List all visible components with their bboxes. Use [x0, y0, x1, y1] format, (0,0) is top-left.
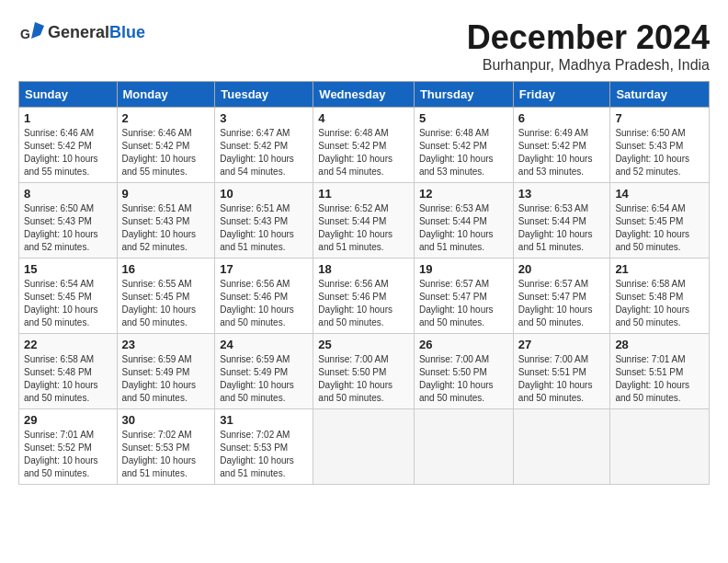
calendar-cell: 17Sunrise: 6:56 AM Sunset: 5:46 PM Dayli…: [215, 259, 313, 334]
day-info: Sunrise: 6:54 AM Sunset: 5:45 PM Dayligh…: [24, 278, 112, 329]
day-info: Sunrise: 6:56 AM Sunset: 5:46 PM Dayligh…: [220, 278, 308, 329]
day-number: 10: [220, 187, 308, 201]
day-number: 31: [220, 413, 308, 427]
header-tuesday: Tuesday: [215, 82, 313, 108]
calendar-week-row: 15Sunrise: 6:54 AM Sunset: 5:45 PM Dayli…: [19, 259, 710, 334]
day-info: Sunrise: 6:51 AM Sunset: 5:43 PM Dayligh…: [122, 202, 210, 254]
day-number: 14: [615, 187, 704, 201]
day-number: 27: [518, 338, 606, 351]
day-info: Sunrise: 7:01 AM Sunset: 5:52 PM Dayligh…: [24, 429, 112, 480]
calendar-cell: 12Sunrise: 6:53 AM Sunset: 5:44 PM Dayli…: [414, 183, 513, 259]
day-info: Sunrise: 6:51 AM Sunset: 5:43 PM Dayligh…: [220, 202, 308, 254]
day-number: 12: [419, 187, 508, 201]
calendar-cell: 23Sunrise: 6:59 AM Sunset: 5:49 PM Dayli…: [117, 334, 215, 409]
day-number: 6: [518, 111, 606, 125]
calendar-cell: 13Sunrise: 6:53 AM Sunset: 5:44 PM Dayli…: [513, 183, 610, 259]
calendar-cell: 10Sunrise: 6:51 AM Sunset: 5:43 PM Dayli…: [215, 183, 313, 259]
day-number: 3: [220, 111, 308, 125]
calendar-header-row: SundayMondayTuesdayWednesdayThursdayFrid…: [19, 82, 710, 108]
location-title: Burhanpur, Madhya Pradesh, India: [467, 57, 710, 74]
calendar-cell: 11Sunrise: 6:52 AM Sunset: 5:44 PM Dayli…: [313, 183, 415, 259]
day-number: 13: [518, 187, 606, 201]
calendar-cell: 26Sunrise: 7:00 AM Sunset: 5:50 PM Dayli…: [414, 334, 513, 409]
day-number: 4: [318, 111, 409, 125]
day-info: Sunrise: 6:57 AM Sunset: 5:47 PM Dayligh…: [419, 278, 508, 329]
day-info: Sunrise: 6:48 AM Sunset: 5:42 PM Dayligh…: [318, 127, 409, 178]
logo-general-text: General: [48, 23, 109, 42]
day-number: 20: [518, 262, 606, 276]
day-info: Sunrise: 6:59 AM Sunset: 5:49 PM Dayligh…: [122, 353, 210, 405]
day-number: 22: [24, 338, 112, 351]
day-number: 28: [615, 338, 704, 351]
calendar-week-row: 1Sunrise: 6:46 AM Sunset: 5:42 PM Daylig…: [19, 108, 710, 183]
calendar-cell: 27Sunrise: 7:00 AM Sunset: 5:51 PM Dayli…: [513, 334, 610, 409]
calendar-cell: 6Sunrise: 6:49 AM Sunset: 5:42 PM Daylig…: [513, 108, 610, 183]
svg-text:G: G: [20, 27, 30, 41]
calendar-cell: 8Sunrise: 6:50 AM Sunset: 5:43 PM Daylig…: [19, 183, 118, 259]
calendar-cell: [313, 409, 415, 485]
day-number: 16: [122, 262, 210, 276]
header-saturday: Saturday: [610, 82, 710, 108]
day-number: 9: [122, 187, 210, 201]
day-info: Sunrise: 6:49 AM Sunset: 5:42 PM Dayligh…: [518, 127, 606, 178]
calendar-cell: [414, 409, 513, 485]
day-number: 7: [615, 111, 704, 125]
calendar-cell: 3Sunrise: 6:47 AM Sunset: 5:42 PM Daylig…: [215, 108, 313, 183]
day-number: 11: [318, 187, 409, 201]
day-info: Sunrise: 6:58 AM Sunset: 5:48 PM Dayligh…: [615, 278, 704, 329]
calendar-cell: 28Sunrise: 7:01 AM Sunset: 5:51 PM Dayli…: [610, 334, 710, 409]
header-wednesday: Wednesday: [313, 82, 415, 108]
header-sunday: Sunday: [19, 82, 118, 108]
day-number: 5: [419, 111, 508, 125]
day-number: 18: [318, 262, 409, 276]
day-info: Sunrise: 6:46 AM Sunset: 5:42 PM Dayligh…: [24, 127, 112, 178]
day-info: Sunrise: 7:00 AM Sunset: 5:51 PM Dayligh…: [518, 353, 606, 405]
svg-marker-1: [31, 22, 44, 39]
day-info: Sunrise: 7:02 AM Sunset: 5:53 PM Dayligh…: [220, 429, 308, 480]
calendar-cell: 2Sunrise: 6:46 AM Sunset: 5:42 PM Daylig…: [117, 108, 215, 183]
calendar-cell: 25Sunrise: 7:00 AM Sunset: 5:50 PM Dayli…: [313, 334, 415, 409]
day-info: Sunrise: 6:55 AM Sunset: 5:45 PM Dayligh…: [122, 278, 210, 329]
header-thursday: Thursday: [414, 82, 513, 108]
calendar-cell: 18Sunrise: 6:56 AM Sunset: 5:46 PM Dayli…: [313, 259, 415, 334]
day-info: Sunrise: 6:59 AM Sunset: 5:49 PM Dayligh…: [220, 353, 308, 405]
calendar-cell: 31Sunrise: 7:02 AM Sunset: 5:53 PM Dayli…: [215, 409, 313, 485]
day-info: Sunrise: 6:58 AM Sunset: 5:48 PM Dayligh…: [24, 353, 112, 405]
calendar-cell: 9Sunrise: 6:51 AM Sunset: 5:43 PM Daylig…: [117, 183, 215, 259]
calendar-week-row: 29Sunrise: 7:01 AM Sunset: 5:52 PM Dayli…: [19, 409, 710, 485]
calendar-table: SundayMondayTuesdayWednesdayThursdayFrid…: [18, 81, 710, 485]
calendar-cell: [610, 409, 710, 485]
day-info: Sunrise: 6:53 AM Sunset: 5:44 PM Dayligh…: [419, 202, 508, 254]
calendar-cell: 24Sunrise: 6:59 AM Sunset: 5:49 PM Dayli…: [215, 334, 313, 409]
day-number: 2: [122, 111, 210, 125]
day-info: Sunrise: 6:54 AM Sunset: 5:45 PM Dayligh…: [615, 202, 704, 254]
day-number: 8: [24, 187, 112, 201]
day-number: 23: [122, 338, 210, 351]
day-info: Sunrise: 6:53 AM Sunset: 5:44 PM Dayligh…: [518, 202, 606, 254]
calendar-cell: 7Sunrise: 6:50 AM Sunset: 5:43 PM Daylig…: [610, 108, 710, 183]
day-number: 26: [419, 338, 508, 351]
day-info: Sunrise: 6:56 AM Sunset: 5:46 PM Dayligh…: [318, 278, 409, 329]
calendar-cell: 4Sunrise: 6:48 AM Sunset: 5:42 PM Daylig…: [313, 108, 415, 183]
calendar-cell: 19Sunrise: 6:57 AM Sunset: 5:47 PM Dayli…: [414, 259, 513, 334]
day-info: Sunrise: 6:57 AM Sunset: 5:47 PM Dayligh…: [518, 278, 606, 329]
day-info: Sunrise: 6:50 AM Sunset: 5:43 PM Dayligh…: [24, 202, 112, 254]
day-number: 24: [220, 338, 308, 351]
calendar-week-row: 8Sunrise: 6:50 AM Sunset: 5:43 PM Daylig…: [19, 183, 710, 259]
day-info: Sunrise: 6:46 AM Sunset: 5:42 PM Dayligh…: [122, 127, 210, 178]
day-number: 19: [419, 262, 508, 276]
day-number: 21: [615, 262, 704, 276]
calendar-cell: 22Sunrise: 6:58 AM Sunset: 5:48 PM Dayli…: [19, 334, 118, 409]
day-info: Sunrise: 6:47 AM Sunset: 5:42 PM Dayligh…: [220, 127, 308, 178]
calendar-body: 1Sunrise: 6:46 AM Sunset: 5:42 PM Daylig…: [19, 108, 710, 485]
calendar-cell: 5Sunrise: 6:48 AM Sunset: 5:42 PM Daylig…: [414, 108, 513, 183]
day-number: 25: [318, 338, 409, 351]
day-info: Sunrise: 6:50 AM Sunset: 5:43 PM Dayligh…: [615, 127, 704, 178]
day-info: Sunrise: 7:01 AM Sunset: 5:51 PM Dayligh…: [615, 353, 704, 405]
day-number: 29: [24, 413, 112, 427]
header-monday: Monday: [117, 82, 215, 108]
day-info: Sunrise: 7:00 AM Sunset: 5:50 PM Dayligh…: [318, 353, 409, 405]
day-info: Sunrise: 7:00 AM Sunset: 5:50 PM Dayligh…: [419, 353, 508, 405]
logo-blue-text: Blue: [109, 23, 145, 42]
calendar-cell: 1Sunrise: 6:46 AM Sunset: 5:42 PM Daylig…: [19, 108, 118, 183]
